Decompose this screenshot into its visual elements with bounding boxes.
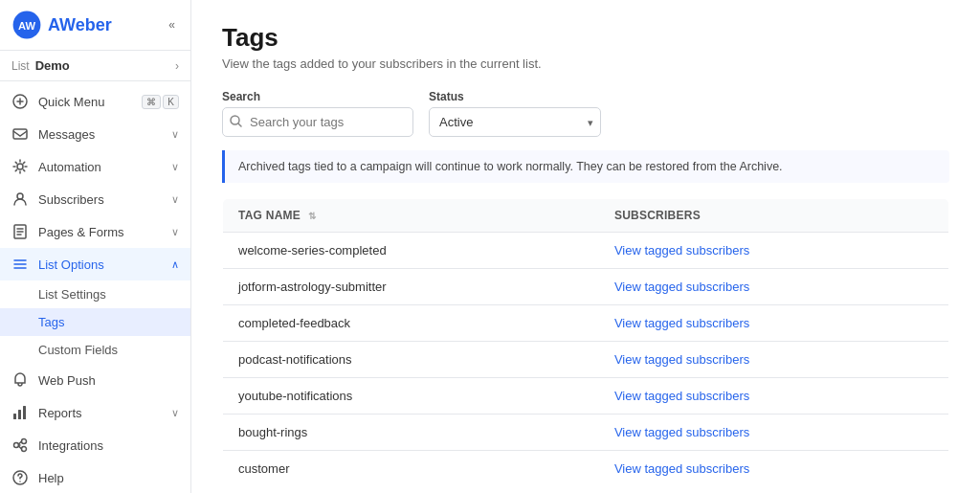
pages-forms-chevron-icon: ∨: [171, 226, 179, 238]
view-tagged-subscribers-link[interactable]: View tagged subscribers: [614, 389, 749, 403]
view-tagged-subscribers-link[interactable]: View tagged subscribers: [614, 243, 749, 258]
reports-chevron-icon: ∨: [171, 407, 179, 419]
logo-area: AW AWeber: [11, 10, 112, 40]
table-row: welcome-series-completedView tagged subs…: [223, 233, 949, 269]
col-subscribers-label: Subscribers: [614, 209, 701, 222]
list-options-chevron-icon: ∧: [171, 258, 179, 271]
subscribers-chevron-icon: ∨: [171, 193, 179, 206]
search-input[interactable]: [222, 107, 413, 137]
subscribers-cell: View tagged subscribers: [599, 233, 949, 269]
sidebar-item-pages-forms-label: Pages & Forms: [38, 225, 124, 239]
svg-text:AW: AW: [18, 20, 35, 32]
main-nav: Quick Menu ⌘ K Messages ∨ Automation ∨: [0, 81, 190, 493]
status-select[interactable]: Active Archived All: [429, 107, 601, 137]
svg-rect-8: [18, 410, 21, 419]
sidebar-item-messages-label: Messages: [38, 127, 95, 142]
tag-name-cell: welcome-series-completed: [223, 233, 599, 269]
page-subtitle: View the tags added to your subscribers …: [222, 56, 949, 71]
tag-name-cell: customer: [223, 451, 599, 487]
web-push-icon: [11, 371, 29, 389]
list-settings-label: List Settings: [38, 287, 106, 302]
tags-table-header-row: Tag Name ⇅ Subscribers: [223, 199, 949, 233]
sidebar-item-quick-menu-label: Quick Menu: [38, 95, 104, 109]
svg-point-14: [19, 481, 21, 482]
svg-point-4: [17, 164, 23, 169]
sidebar-item-pages-forms[interactable]: Pages & Forms ∨: [0, 215, 190, 248]
status-select-wrapper: Active Archived All ▾: [429, 107, 601, 137]
table-row: customerView tagged subscribers: [223, 451, 949, 487]
sort-icon[interactable]: ⇅: [308, 211, 316, 221]
sidebar-item-list-options[interactable]: List Options ∧: [0, 248, 190, 280]
tag-name-cell: youtube-notifications: [223, 378, 599, 415]
list-chevron-icon: ›: [175, 59, 179, 73]
table-row: bought-ringsView tagged subscribers: [223, 415, 949, 451]
sidebar-item-messages[interactable]: Messages ∨: [0, 118, 190, 150]
view-tagged-subscribers-link[interactable]: View tagged subscribers: [614, 425, 749, 439]
list-label: List: [11, 59, 30, 73]
list-options-subnav: List Settings Tags Custom Fields: [0, 280, 190, 364]
messages-icon: [11, 125, 29, 143]
messages-chevron-icon: ∨: [171, 128, 179, 141]
sidebar: AW AWeber « List Demo › Quick Menu ⌘ K: [0, 0, 191, 493]
sidebar-collapse-button[interactable]: «: [165, 16, 179, 34]
tags-table-body: welcome-series-completedView tagged subs…: [223, 233, 949, 487]
subscribers-cell: View tagged subscribers: [599, 342, 949, 378]
sidebar-item-subscribers-label: Subscribers: [38, 192, 104, 207]
sidebar-item-list-options-label: List Options: [38, 258, 104, 272]
integrations-icon: [11, 437, 29, 454]
sidebar-item-integrations-label: Integrations: [38, 438, 103, 453]
help-icon: [11, 469, 29, 486]
svg-point-12: [22, 447, 27, 452]
col-subscribers: Subscribers: [599, 199, 949, 233]
main-content: Tags View the tags added to your subscri…: [191, 0, 980, 493]
sidebar-header: AW AWeber «: [0, 0, 190, 51]
quick-menu-icon: [11, 93, 29, 110]
tag-name-cell: jotform-astrology-submitter: [223, 269, 599, 305]
list-options-icon: [11, 256, 29, 273]
kbd-cmd: ⌘: [142, 95, 161, 109]
subscribers-icon: [11, 190, 29, 208]
aweber-wordmark: AWeber: [48, 15, 112, 35]
aweber-logo: AW: [11, 10, 42, 40]
col-tag-name: Tag Name ⇅: [223, 199, 599, 233]
table-row: podcast-notificationsView tagged subscri…: [223, 342, 949, 378]
sidebar-item-help-label: Help: [38, 471, 64, 485]
sidebar-item-quick-menu[interactable]: Quick Menu ⌘ K: [0, 85, 190, 118]
table-row: jotform-astrology-submitterView tagged s…: [223, 269, 949, 305]
sidebar-item-automation[interactable]: Automation ∨: [0, 150, 190, 183]
subscribers-cell: View tagged subscribers: [599, 378, 949, 415]
view-tagged-subscribers-link[interactable]: View tagged subscribers: [614, 352, 749, 367]
tags-table-head: Tag Name ⇅ Subscribers: [223, 199, 949, 233]
list-selector[interactable]: List Demo ›: [0, 51, 190, 81]
svg-rect-7: [13, 414, 16, 419]
sidebar-item-subscribers[interactable]: Subscribers ∨: [0, 183, 190, 215]
reports-icon: [11, 404, 29, 421]
status-label: Status: [429, 90, 601, 103]
page-title: Tags: [222, 23, 949, 53]
tag-name-cell: podcast-notifications: [223, 342, 599, 378]
status-field-group: Status Active Archived All ▾: [429, 90, 601, 137]
view-tagged-subscribers-link[interactable]: View tagged subscribers: [614, 280, 749, 294]
sidebar-item-custom-fields[interactable]: Custom Fields: [0, 336, 190, 364]
svg-point-5: [17, 193, 23, 199]
sidebar-item-web-push-label: Web Push: [38, 373, 96, 388]
sidebar-item-tags[interactable]: Tags: [0, 308, 190, 336]
search-label: Search: [222, 90, 413, 103]
sidebar-item-reports[interactable]: Reports ∨: [0, 396, 190, 429]
view-tagged-subscribers-link[interactable]: View tagged subscribers: [614, 316, 749, 330]
subscribers-cell: View tagged subscribers: [599, 305, 949, 342]
sidebar-item-help[interactable]: Help: [0, 461, 190, 493]
sidebar-item-web-push[interactable]: Web Push: [0, 364, 190, 396]
kbd-k: K: [163, 95, 179, 109]
table-row: youtube-notificationsView tagged subscri…: [223, 378, 949, 415]
svg-point-11: [22, 439, 27, 444]
sidebar-item-reports-label: Reports: [38, 406, 82, 420]
sidebar-item-integrations[interactable]: Integrations: [0, 429, 190, 461]
subscribers-cell: View tagged subscribers: [599, 415, 949, 451]
svg-rect-9: [23, 406, 26, 419]
sidebar-item-list-settings[interactable]: List Settings: [0, 280, 190, 308]
view-tagged-subscribers-link[interactable]: View tagged subscribers: [614, 461, 749, 476]
col-tag-name-label: Tag Name: [238, 209, 301, 222]
quick-menu-shortcut: ⌘ K: [142, 95, 179, 109]
search-wrapper: [222, 107, 413, 137]
